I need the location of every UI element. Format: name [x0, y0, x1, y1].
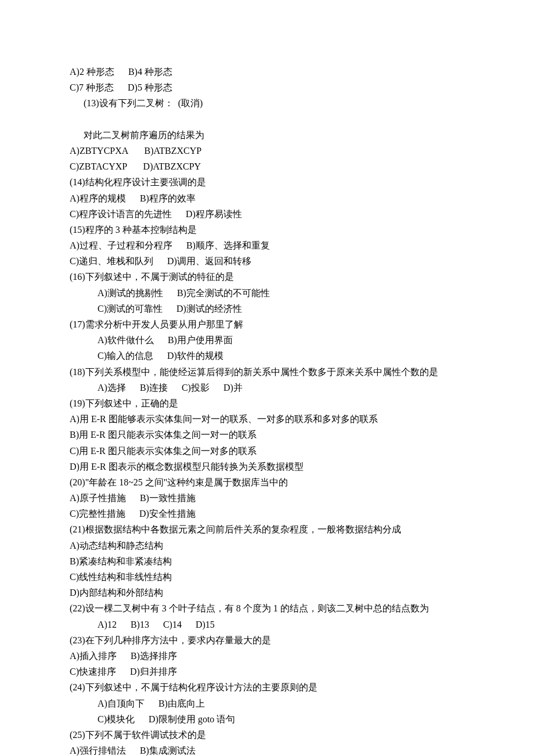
text-line: A)自顶向下 B)由底向上: [70, 696, 464, 711]
text-line: (17)需求分析中开发人员要从用户那里了解: [70, 316, 464, 332]
text-line: C)递归、堆栈和队列 D)调用、返回和转移: [70, 253, 464, 269]
text-line: C)线性结构和非线性结构: [70, 569, 464, 585]
text-line: D)用 E-R 图表示的概念数据模型只能转换为关系数据模型: [70, 459, 464, 474]
text-line: (25)下列不属于软件调试技术的是: [70, 727, 464, 743]
text-line: A)原子性措施 B)一致性措施: [70, 490, 464, 506]
text-line: A)测试的挑剔性 B)完全测试的不可能性: [70, 285, 464, 301]
text-line: (21)根据数据结构中各数据元素之间前后件关系的复杂程度，一般将数据结构分成: [70, 521, 464, 537]
text-line: (23)在下列几种排序方法中，要求内存量最大的是: [70, 632, 464, 648]
text-line: C)ZBTACYXP D)ATBZXCPY: [70, 159, 464, 174]
text-line: A)软件做什么 B)用户使用界面: [70, 332, 464, 348]
text-line: C)模块化 D)限制使用 goto 语句: [70, 711, 464, 727]
text-line: C)用 E-R 图只能表示实体集之间一对多的联系: [70, 443, 464, 459]
text-line: (16)下列叙述中，不属于测试的特征的是: [70, 269, 464, 285]
text-line: A)过程、子过程和分程序 B)顺序、选择和重复: [70, 237, 464, 253]
text-line: A)用 E-R 图能够表示实体集间一对一的联系、一对多的联系和多对多的联系: [70, 411, 464, 427]
text-line: (22)设一棵二叉树中有 3 个叶子结点，有 8 个度为 1 的结点，则该二叉树…: [70, 600, 464, 616]
text-line: C)7 种形态 D)5 种形态: [70, 80, 464, 95]
text-line: (18)下列关系模型中，能使经运算后得到的新关系中属性个数多于原来关系中属性个数…: [70, 364, 464, 380]
text-line: (19)下列叙述中，正确的是: [70, 395, 464, 411]
text-line: (15)程序的 3 种基本控制结构是: [70, 222, 464, 237]
text-line: (24)下列叙述中，不属于结构化程序设计方法的主要原则的是: [70, 679, 464, 695]
text-line: A)动态结构和静态结构: [70, 538, 464, 553]
text-line: C)程序设计语言的先进性 D)程序易读性: [70, 206, 464, 222]
text-line: C)输入的信息 D)软件的规模: [70, 348, 464, 363]
text-line: B)用 E-R 图只能表示实体集之间一对一的联系: [70, 427, 464, 442]
text-line: C)快速排序 D)归并排序: [70, 664, 464, 679]
text-line: D)内部结构和外部结构: [70, 585, 464, 600]
text-line: [70, 111, 464, 127]
text-line: C)测试的可靠性 D)测试的经济性: [70, 301, 464, 316]
text-line: A)选择 B)连接 C)投影 D)并: [70, 380, 464, 395]
text-line: (14)结构化程序设计主要强调的是: [70, 174, 464, 190]
text-line: C)完整性措施 D)安全性措施: [70, 506, 464, 521]
text-line: A)程序的规模 B)程序的效率: [70, 190, 464, 206]
text-line: (20)"年龄在 18~25 之间"这种约束是属于数据库当中的: [70, 474, 464, 490]
text-line: 对此二叉树前序遍历的结果为: [70, 127, 464, 143]
text-line: A)插入排序 B)选择排序: [70, 648, 464, 664]
text-line: A)12 B)13 C)14 D)15: [70, 617, 464, 632]
text-line: A)ZBTYCPXA B)ATBZXCYP: [70, 143, 464, 159]
document-body: A)2 种形态 B)4 种形态C)7 种形态 D)5 种形态(13)设有下列二叉…: [70, 64, 464, 756]
text-line: (13)设有下列二叉树： (取消): [70, 95, 464, 111]
text-line: B)紧凑结构和非紧凑结构: [70, 553, 464, 569]
text-line: A)2 种形态 B)4 种形态: [70, 64, 464, 80]
text-line: A)强行排错法 B)集成测试法: [70, 743, 464, 756]
